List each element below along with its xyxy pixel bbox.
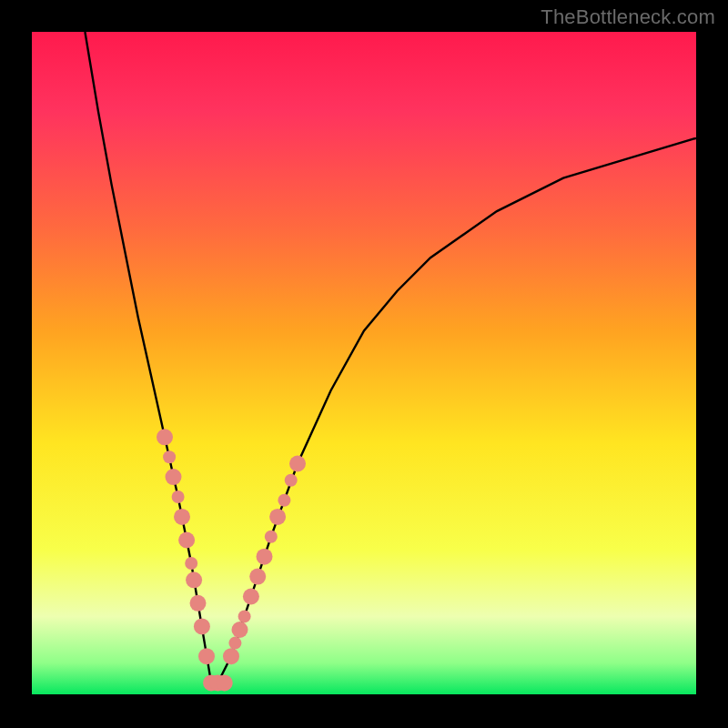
marker-point bbox=[232, 622, 248, 638]
marker-point bbox=[178, 532, 195, 549]
marker-point bbox=[190, 595, 207, 612]
marker-point bbox=[238, 610, 251, 622]
marker-point bbox=[223, 648, 239, 664]
marker-point bbox=[285, 474, 298, 487]
marker-point bbox=[174, 509, 190, 525]
marker-point bbox=[228, 637, 241, 650]
marker-point bbox=[269, 509, 286, 525]
marker-point bbox=[265, 531, 278, 543]
marker-point bbox=[198, 648, 215, 664]
marker-point bbox=[243, 589, 259, 605]
bottleneck-plot bbox=[0, 0, 728, 728]
marker-point bbox=[194, 618, 210, 634]
chart-canvas: TheBottleneck.com bbox=[0, 0, 728, 728]
marker-point bbox=[186, 571, 202, 588]
marker-point bbox=[163, 450, 176, 463]
marker-point bbox=[257, 549, 273, 565]
marker-point bbox=[157, 429, 173, 445]
marker-point bbox=[249, 569, 266, 585]
marker-point bbox=[278, 494, 290, 507]
marker-point bbox=[185, 557, 197, 570]
marker-point bbox=[217, 674, 233, 691]
marker-point bbox=[172, 490, 185, 503]
marker-point bbox=[166, 469, 182, 485]
marker-point bbox=[289, 456, 306, 472]
plot-background bbox=[32, 32, 696, 696]
